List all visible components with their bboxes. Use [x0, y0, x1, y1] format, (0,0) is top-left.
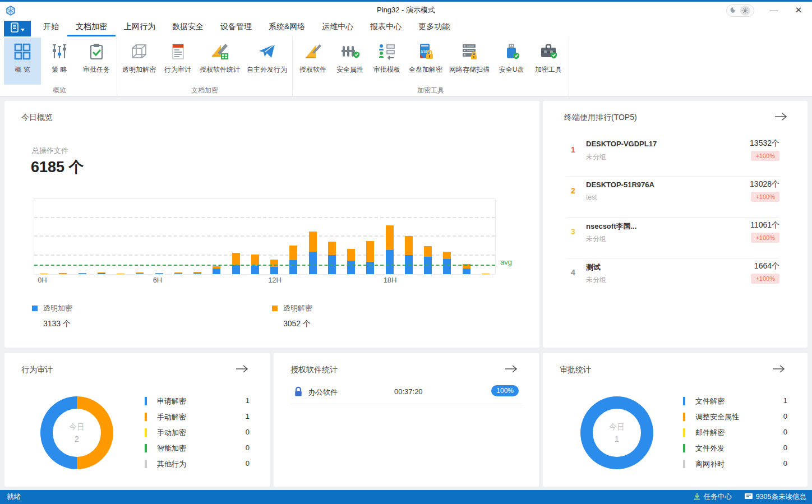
ribbon-button-label: 授权软件统计	[200, 65, 240, 75]
ribbon-button-approval-template[interactable]: 审批模板	[368, 38, 405, 85]
legend-label: 透明加密	[43, 304, 72, 312]
legend-swatch	[32, 306, 38, 311]
ribbon-button-label: 策 略	[44, 65, 75, 75]
minimize-button[interactable]: —	[765, 2, 783, 18]
briefcase-shield-icon	[533, 40, 564, 63]
unread-messages-button[interactable]: 9305条未读信息	[744, 492, 806, 502]
tab-more-features[interactable]: 更多功能	[410, 19, 458, 36]
behavior-audit-card: 行为审计 今日2 申请解密1 手动解密1 手动加密0 智能加密0 其他行为0	[4, 353, 270, 487]
dashboard-content: 今日概览 总操作文件 6185 个 0H6H12H18H avg 透明加密 31…	[0, 96, 812, 490]
ribbon-button-self-outgoing[interactable]: 自主外发行为	[243, 38, 290, 85]
ribbon-group-encryption-tools: 授权软件 安全属性 审批模板 SSD 全盘加解密 网络存储扫描 安全U盘	[293, 36, 569, 96]
tab-web-behavior[interactable]: 上网行为	[116, 19, 164, 36]
legend-label: 邮件解密	[695, 428, 725, 438]
grid-overview-icon	[7, 40, 38, 63]
legend-label: 文件解密	[695, 396, 725, 406]
theme-toggle[interactable]	[726, 4, 754, 17]
legend-color-bar	[145, 444, 147, 452]
close-button[interactable]: ✕	[790, 2, 808, 18]
legend-row: 邮件解密0	[683, 427, 787, 438]
download-arrow-icon	[693, 492, 701, 502]
ribbon-button-encryption-tools[interactable]: 加密工具	[530, 38, 567, 85]
legend-label: 智能加密	[157, 443, 186, 454]
ribbon-button-policy[interactable]: 策 略	[41, 38, 78, 85]
approval-donut-chart: 今日1	[580, 396, 653, 469]
list-item[interactable]: 3 nsecsoft李国... 未分组 11061个 +100%	[543, 218, 808, 258]
task-center-button[interactable]: 任务中心	[693, 492, 732, 502]
legend-count: 0	[783, 412, 787, 420]
setsquare-pencil-table-icon	[200, 40, 240, 63]
ribbon-button-authorized-software[interactable]: 授权软件	[294, 38, 331, 85]
tab-start[interactable]: 开始	[35, 19, 67, 36]
sliders-icon	[44, 40, 75, 63]
arrow-right-icon[interactable]	[235, 364, 248, 376]
terminal-name: nsecsoft李国...	[586, 221, 636, 232]
ribbon-button-approval-tasks[interactable]: 审批任务	[78, 38, 115, 85]
tab-ops-center[interactable]: 运维中心	[313, 19, 362, 36]
legend-row: 文件外发0	[683, 443, 787, 454]
legend-count: 0	[783, 443, 787, 452]
legend-value: 3133 个	[43, 319, 72, 329]
software-name: 办公软件	[308, 387, 338, 397]
sun-icon[interactable]	[740, 6, 750, 16]
ribbon-group-document-encryption: 透明加解密 行为审计 授权软件统计 自主外发行为 文档加密	[117, 36, 293, 96]
main-menu-button[interactable]	[4, 21, 31, 36]
card-title: 今日概览	[21, 113, 53, 123]
list-item[interactable]: 4 测试 未分组 1664个 +100%	[543, 258, 808, 299]
arrow-right-icon[interactable]	[504, 364, 518, 376]
average-line	[34, 265, 495, 266]
arrow-right-icon[interactable]	[772, 364, 785, 376]
list-item[interactable]: 1 DESKTOP-VGDPL17 未分组 13532个 +100%	[543, 136, 808, 177]
legend-color-bar	[145, 413, 147, 421]
terminal-group: 未分组	[586, 152, 606, 162]
tab-system-network[interactable]: 系统&网络	[260, 19, 313, 36]
legend-color-bar	[145, 397, 147, 405]
moon-icon[interactable]	[730, 6, 737, 16]
task-center-label: 任务中心	[704, 492, 732, 502]
change-badge: +100%	[751, 151, 779, 161]
tab-document-encryption[interactable]: 文档加密	[67, 19, 116, 36]
tab-report-center[interactable]: 报表中心	[362, 19, 410, 36]
message-icon	[744, 493, 753, 501]
donut-center-value: 2	[75, 434, 79, 443]
list-item[interactable]: 2 DESKTOP-51R976A test 13028个 +100%	[543, 177, 808, 218]
legend-label: 其他行为	[157, 459, 186, 469]
legend-color-bar	[683, 413, 685, 421]
clipboard-check-icon	[81, 40, 112, 63]
arrow-right-icon[interactable]	[774, 112, 787, 123]
legend-transparent-encryption: 透明加密 3133 个	[32, 303, 72, 329]
ribbon-button-full-disk-encryption[interactable]: SSD 全盘加解密	[405, 38, 446, 85]
terminal-count: 11061个	[750, 220, 779, 230]
card-title: 审批统计	[560, 365, 591, 375]
ribbon-button-network-storage-scan[interactable]: 网络存储扫描	[446, 38, 493, 85]
ribbon-button-label: 行为审计	[163, 65, 193, 75]
legend-swatch	[272, 306, 278, 311]
behavior-donut-chart: 今日2	[40, 396, 113, 469]
terminal-name: DESKTOP-51R976A	[586, 181, 654, 189]
legend-count: 1	[246, 412, 250, 420]
tab-device-management[interactable]: 设备管理	[212, 19, 260, 36]
ribbon-button-transparent-encryption[interactable]: 透明加解密	[119, 38, 159, 85]
hourly-bar-chart	[34, 198, 496, 275]
ribbon-button-security-attributes[interactable]: 安全属性	[331, 38, 368, 85]
ribbon-button-authorized-software-stats[interactable]: 授权软件统计	[196, 38, 243, 85]
titlebar: Ping32 - 演示模式 — ✕	[0, 0, 812, 19]
approval-stats-card: 审批统计 今日1 文件解密1 调整安全属性0 邮件解密0 文件外发0 离网补时0	[543, 353, 808, 487]
legend-color-bar	[145, 460, 147, 468]
authorized-software-card: 授权软件统计 办公软件 00:37:20 100%	[274, 353, 539, 487]
terminal-name: DESKTOP-VGDPL17	[586, 140, 657, 148]
rank-number: 3	[571, 227, 575, 236]
x-axis-labels: 0H6H12H18H	[34, 276, 495, 285]
legend-row: 申请解密1	[145, 396, 250, 407]
ribbon-button-overview[interactable]: 概 览	[4, 38, 41, 85]
ribbon-button-behavior-audit[interactable]: 行为审计	[159, 38, 196, 85]
legend-color-bar	[683, 428, 685, 437]
software-duration: 00:37:20	[394, 387, 423, 396]
ribbon-tab-row: 开始 文档加密 上网行为 数据安全 设备管理 系统&网络 运维中心 报表中心 更…	[0, 19, 812, 36]
ribbon-button-secure-usb[interactable]: 安全U盘	[493, 38, 530, 85]
legend-count: 1	[783, 396, 787, 405]
tab-data-security[interactable]: 数据安全	[164, 19, 212, 36]
status-bar: 就绪 任务中心 9305条未读信息	[0, 490, 812, 504]
legend-color-bar	[683, 460, 685, 468]
legend-count: 0	[783, 459, 787, 468]
